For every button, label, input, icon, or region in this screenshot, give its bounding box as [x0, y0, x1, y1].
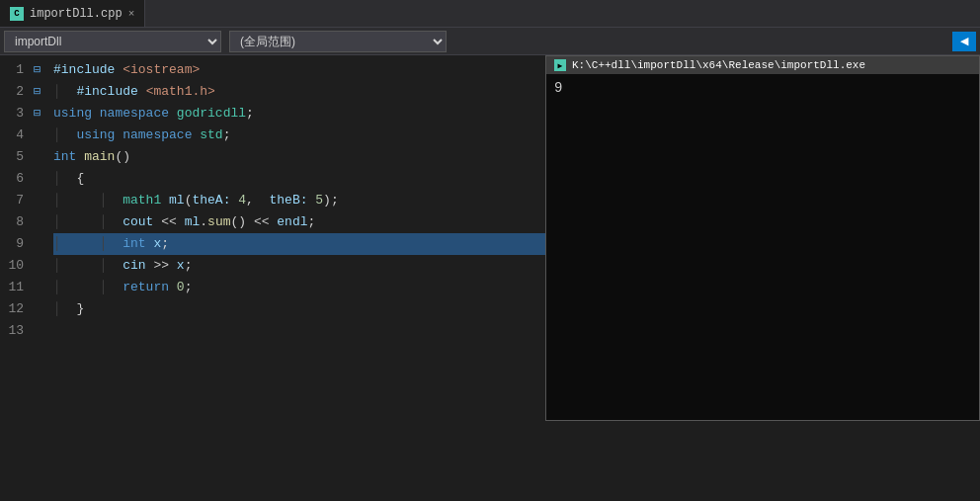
token: 4: [238, 190, 246, 211]
fold-indicator[interactable]: ⊟: [34, 81, 43, 103]
indent-guide: │ │: [53, 233, 122, 255]
indent-guide: │ │: [53, 277, 122, 298]
token: int: [53, 146, 84, 168]
line-number: 5: [4, 146, 24, 168]
token: main: [84, 146, 115, 168]
line-number: 7: [4, 190, 24, 211]
toolbar-row: importDll (全局范围) ◀: [0, 28, 980, 55]
console-body: 9: [546, 74, 979, 420]
token: x: [153, 233, 161, 255]
file-type-icon: C: [10, 7, 24, 21]
token: {: [76, 168, 84, 190]
tab-filename: importDll.cpp: [30, 7, 122, 21]
fold-indicator[interactable]: ⊟: [34, 59, 43, 81]
token: ,: [246, 190, 269, 211]
indent-guide: │: [53, 81, 76, 103]
token: #include: [53, 59, 122, 81]
expand-button[interactable]: ◀: [952, 32, 976, 51]
token: return: [122, 277, 177, 298]
console-title: K:\C++dll\importDll\x64\Release\importDl…: [572, 59, 865, 71]
token: ;: [185, 255, 193, 277]
token: 0: [177, 277, 185, 298]
token: .: [200, 211, 207, 233]
indent-guide: │ │: [53, 211, 122, 233]
token: ml: [169, 190, 185, 211]
console-overlay: ▶ K:\C++dll\importDll\x64\Release\import…: [545, 55, 980, 421]
line-number: 3: [4, 103, 24, 125]
context-dropdown[interactable]: (全局范围): [229, 31, 447, 52]
token: theA:: [192, 190, 238, 211]
tab-bar: C importDll.cpp ×: [0, 0, 980, 28]
indent-guide: │: [53, 298, 76, 320]
line-number: 13: [4, 320, 24, 342]
token: (): [115, 146, 130, 168]
token: ;: [161, 233, 169, 255]
token: <iostream>: [122, 59, 200, 81]
token: ml: [185, 211, 201, 233]
line-numbers: 12345678910111213: [0, 55, 32, 501]
token: <<: [153, 211, 184, 233]
token: sum: [207, 211, 230, 233]
editor-area[interactable]: 12345678910111213 ⊟ ⊟ ⊟ #include <iostre…: [0, 55, 980, 501]
scope-dropdown[interactable]: importDll: [4, 31, 221, 52]
token: math1: [122, 190, 169, 211]
line-number: 11: [4, 277, 24, 298]
token: ;: [246, 103, 254, 125]
token: () <<: [230, 211, 277, 233]
token: cout: [122, 211, 153, 233]
console-output: 9: [554, 80, 971, 96]
token: using: [76, 125, 122, 146]
fold-indicator[interactable]: ⊟: [34, 103, 43, 125]
token: ;: [223, 125, 231, 146]
token: ;: [308, 211, 316, 233]
console-icon: ▶: [554, 59, 566, 71]
fold-indicators: ⊟ ⊟ ⊟: [32, 55, 45, 501]
token: }: [76, 298, 84, 320]
token: godricdll: [177, 103, 246, 125]
indent-guide: │ │: [53, 255, 122, 277]
token: x: [177, 255, 185, 277]
token: >>: [146, 255, 177, 277]
line-number: 8: [4, 211, 24, 233]
line-number: 4: [4, 125, 24, 146]
file-tab[interactable]: C importDll.cpp ×: [0, 0, 145, 27]
token: cin: [122, 255, 145, 277]
line-number: 10: [4, 255, 24, 277]
token: int: [122, 233, 153, 255]
main-area: 12345678910111213 ⊟ ⊟ ⊟ #include <iostre…: [0, 55, 980, 501]
indent-guide: │ │: [53, 190, 122, 211]
token: endl: [277, 211, 307, 233]
console-titlebar: ▶ K:\C++dll\importDll\x64\Release\import…: [546, 56, 979, 74]
tab-close-button[interactable]: ×: [128, 8, 135, 20]
token: #include: [76, 81, 145, 103]
line-number: 1: [4, 59, 24, 81]
line-number: 2: [4, 81, 24, 103]
token: theB:: [269, 190, 315, 211]
token: (: [185, 190, 193, 211]
line-number: 9: [4, 233, 24, 255]
line-number: 6: [4, 168, 24, 190]
token: namespace: [122, 125, 200, 146]
indent-guide: │: [53, 125, 76, 146]
token: <math1.h>: [146, 81, 215, 103]
token: 5: [315, 190, 323, 211]
token: ;: [185, 277, 193, 298]
token: );: [323, 190, 339, 211]
token: using: [53, 103, 100, 125]
line-number: 12: [4, 298, 24, 320]
token: std: [200, 125, 222, 146]
token: namespace: [100, 103, 177, 125]
indent-guide: │: [53, 168, 76, 190]
